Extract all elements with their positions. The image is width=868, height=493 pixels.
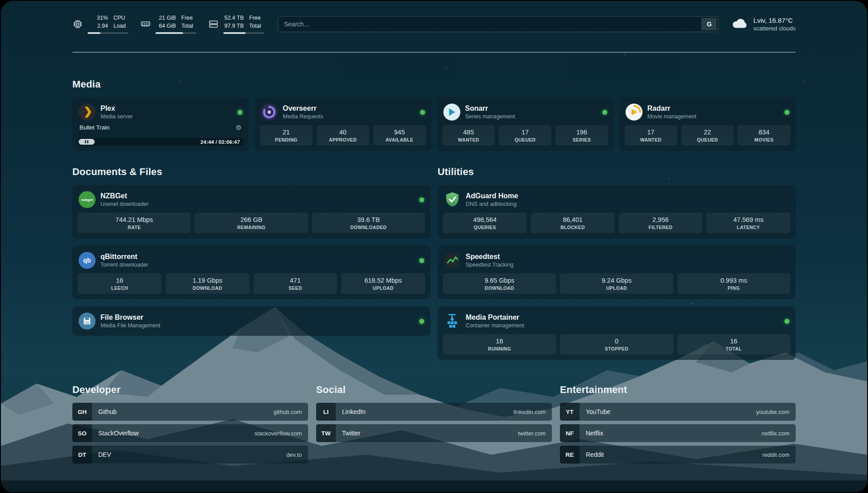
app-subtitle: Usenet downloader	[100, 201, 149, 207]
ram-total: 64 GiB	[159, 22, 176, 30]
app-name: AdGuard Home	[466, 192, 518, 200]
bookmark-youtube[interactable]: YT YouTube youtube.com	[560, 403, 796, 421]
overseerr-icon	[261, 104, 278, 121]
status-dot-online	[419, 319, 424, 324]
plex-card[interactable]: Plex Media server Bullet Train ⚙ 24:44 /…	[72, 97, 249, 151]
qbittorrent-card[interactable]: qb qBittorrent Torrent downloader 16LEEC…	[72, 246, 430, 299]
ram-label-2: Total	[181, 22, 193, 30]
netflix-icon: NF	[560, 424, 580, 442]
stat-series: 196SERIES	[555, 125, 608, 146]
disk-progress-bar	[223, 32, 264, 34]
cpu-icon	[72, 19, 83, 29]
app-name: NZBGet	[100, 192, 149, 200]
app-name: File Browser	[100, 313, 160, 322]
disk-icon	[208, 19, 219, 29]
app-subtitle: Series management	[465, 113, 515, 120]
sonarr-card[interactable]: Sonarr Series management 485WANTED 17QUE…	[437, 97, 613, 151]
filebrowser-card[interactable]: File Browser Media File Management	[72, 306, 430, 336]
bookmark-group-social: Social LI LinkedIn linkedin.com TW Twitt…	[316, 384, 552, 464]
cpu-progress-bar	[88, 32, 129, 34]
cpu-percent: 31%	[97, 14, 108, 22]
app-name: Overseerr	[283, 104, 323, 113]
speedtest-card[interactable]: Speedtest Speedtest Tracking 9.65 GbpsDO…	[438, 246, 796, 299]
stat-stopped: 0STOPPED	[560, 334, 673, 355]
ram-widget: 21 GiB 64 GiB Free Total	[140, 14, 196, 34]
weather-condition: scattered clouds	[753, 25, 796, 32]
stat-blocked: 86,401BLOCKED	[531, 213, 615, 233]
radarr-icon	[626, 104, 643, 121]
app-subtitle: DNS and adblocking	[466, 201, 518, 207]
app-subtitle: Media Requests	[283, 113, 323, 120]
portainer-card[interactable]: Media Portainer Container management 16R…	[438, 306, 796, 360]
pause-icon[interactable]	[79, 139, 95, 145]
system-stats: 31% 2.94 CPU Load	[72, 14, 264, 34]
cpu-load: 2.94	[97, 22, 108, 30]
search-input[interactable]	[280, 21, 701, 28]
dashboard: 31% 2.94 CPU Load	[1, 1, 867, 492]
bookmark-reddit[interactable]: RE Reddit reddit.com	[560, 446, 796, 464]
overseerr-card[interactable]: Overseerr Media Requests 21PENDING 40APP…	[255, 97, 431, 151]
stackoverflow-icon: SO	[72, 424, 92, 442]
stat-running: 16RUNNING	[443, 334, 556, 355]
stat-remaining: 266 GBREMAINING	[195, 213, 308, 233]
header-divider	[72, 52, 796, 53]
stat-download: 1.19 GbpsDOWNLOAD	[166, 273, 250, 294]
stat-leech: 16LEECH	[78, 273, 162, 294]
bookmark-group-entertainment: Entertainment YT YouTube youtube.com NF …	[560, 384, 796, 464]
status-dot-online	[602, 110, 607, 115]
status-dot-online	[238, 110, 242, 115]
playback-progress-bar[interactable]: 24:44 / 02:06:47	[78, 138, 243, 146]
stat-wanted: 17WANTED	[625, 125, 677, 146]
reddit-icon: RE	[560, 446, 580, 464]
bookmark-stackoverflow[interactable]: SO StackOverflow stackoverflow.com	[72, 424, 308, 442]
bookmark-github[interactable]: GH Github github.com	[72, 403, 308, 421]
disk-free: 52.4 TB	[224, 14, 244, 22]
status-dot-online	[419, 258, 424, 263]
disk-label-2: Total	[249, 22, 261, 30]
app-name: qBittorrent	[100, 253, 148, 261]
nzbget-icon: nzbget	[79, 191, 96, 208]
section-title-media: Media	[72, 79, 796, 90]
bookmarks-section: Developer GH Github github.com SO StackO…	[72, 384, 796, 464]
search-engine-button[interactable]: G	[701, 18, 717, 30]
cpu-label-1: CPU	[113, 14, 126, 22]
ram-progress-bar	[155, 32, 196, 34]
media-section: Plex Media server Bullet Train ⚙ 24:44 /…	[72, 97, 796, 151]
filebrowser-icon	[79, 313, 96, 330]
bookmark-netflix[interactable]: NF Netflix netflix.com	[560, 424, 796, 442]
weather-widget: Lviv, 16.87°C scattered clouds	[732, 17, 796, 32]
now-playing-title: Bullet Train	[79, 124, 232, 131]
section-title-documents: Documents & Files	[72, 166, 430, 178]
stat-downloaded: 39.6 TBDOWNLOADED	[312, 213, 425, 233]
settings-gear-icon[interactable]: ⚙	[236, 124, 242, 131]
app-subtitle: Media File Management	[100, 322, 160, 329]
qbittorrent-icon: qb	[79, 252, 96, 269]
stat-movies: 834MOVIES	[738, 125, 790, 146]
app-name: Media Portainer	[466, 313, 524, 322]
ram-label-1: Free	[181, 14, 193, 22]
bookmark-group-developer: Developer GH Github github.com SO StackO…	[72, 384, 308, 464]
bookmark-dev[interactable]: DT DEV dev.to	[72, 446, 308, 464]
app-subtitle: Container management	[466, 322, 524, 329]
section-title-developer: Developer	[72, 384, 308, 396]
adguard-card[interactable]: AdGuard Home DNS and adblocking 498,564Q…	[438, 185, 796, 238]
app-name: Plex	[100, 104, 133, 113]
search-bar: G	[278, 16, 718, 32]
nzbget-card[interactable]: nzbget NZBGet Usenet downloader 744.21 M…	[72, 185, 430, 238]
stat-approved: 40APPROVED	[317, 125, 369, 146]
status-dot-online	[419, 197, 424, 202]
app-subtitle: Media server	[100, 113, 133, 120]
speedtest-icon	[444, 252, 461, 269]
status-dot-online	[785, 319, 789, 324]
stat-wanted: 485WANTED	[442, 125, 495, 146]
playback-time: 24:44 / 02:06:47	[200, 139, 242, 145]
stat-seed: 471SEED	[254, 273, 338, 294]
stat-upload: 618.52 MbpsUPLOAD	[341, 273, 425, 294]
stat-total: 16TOTAL	[677, 334, 790, 355]
bookmark-twitter[interactable]: TW Twitter twitter.com	[316, 424, 552, 442]
status-dot-online	[785, 110, 789, 115]
stat-filtered: 2,956FILTERED	[619, 213, 703, 233]
radarr-card[interactable]: Radarr Movie management 17WANTED 22QUEUE…	[619, 97, 796, 151]
github-icon: GH	[72, 403, 92, 421]
bookmark-linkedin[interactable]: LI LinkedIn linkedin.com	[316, 403, 552, 421]
